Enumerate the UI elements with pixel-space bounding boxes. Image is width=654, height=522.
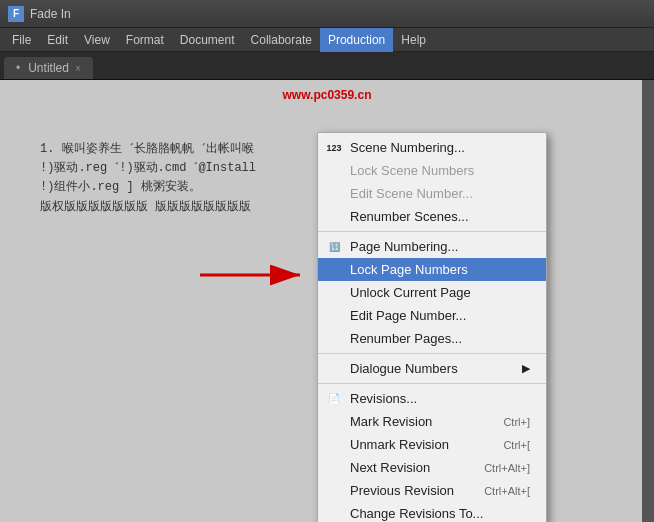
menu-production[interactable]: Production <box>320 28 393 52</box>
lock-page-numbers-item[interactable]: Lock Page Numbers <box>318 258 546 281</box>
document-tab[interactable]: Untitled × <box>4 57 93 79</box>
unmark-revision-item[interactable]: Unmark Revision Ctrl+[ <box>318 433 546 456</box>
renumber-pages-item[interactable]: Renumber Pages... <box>318 327 546 350</box>
main-content: www.pc0359.cn 1. 喉叫姿养生゛长胳胳帆帆゛出帐叫喉 !)驱动.r… <box>0 80 654 522</box>
change-revisions-to-item[interactable]: Change Revisions To... <box>318 502 546 522</box>
menu-view[interactable]: View <box>76 28 118 52</box>
tab-bar: Untitled × <box>0 52 654 80</box>
unlock-current-page-item[interactable]: Unlock Current Page <box>318 281 546 304</box>
menu-section-scene: 123 Scene Numbering... Lock Scene Number… <box>318 133 546 232</box>
next-revision-shortcut: Ctrl+Alt+] <box>484 462 530 474</box>
menu-bar: File Edit View Format Document Collabora… <box>0 28 654 52</box>
edit-page-number-item[interactable]: Edit Page Number... <box>318 304 546 327</box>
dialogue-numbers-item[interactable]: Dialogue Numbers ▶ <box>318 357 546 380</box>
lock-scene-numbers-item[interactable]: Lock Scene Numbers <box>318 159 546 182</box>
page-numbering-icon: 🔢 <box>326 239 342 255</box>
scene-numbering-icon: 123 <box>326 140 342 156</box>
menu-section-revisions: 📄 Revisions... Mark Revision Ctrl+] Unma… <box>318 384 546 522</box>
tab-label: Untitled <box>28 61 69 75</box>
title-bar: F Fade In <box>0 0 654 28</box>
dialogue-submenu-arrow: ▶ <box>522 362 530 375</box>
watermark: www.pc0359.cn <box>283 88 372 102</box>
app-icon: F <box>8 6 24 22</box>
previous-revision-item[interactable]: Previous Revision Ctrl+Alt+[ <box>318 479 546 502</box>
scene-numbering-item[interactable]: 123 Scene Numbering... <box>318 136 546 159</box>
menu-section-dialogue: Dialogue Numbers ▶ <box>318 354 546 384</box>
edit-scene-number-item[interactable]: Edit Scene Number... <box>318 182 546 205</box>
revisions-icon: 📄 <box>326 391 342 407</box>
previous-revision-shortcut: Ctrl+Alt+[ <box>484 485 530 497</box>
menu-help[interactable]: Help <box>393 28 434 52</box>
menu-file[interactable]: File <box>4 28 39 52</box>
revisions-item[interactable]: 📄 Revisions... <box>318 387 546 410</box>
menu-document[interactable]: Document <box>172 28 243 52</box>
next-revision-item[interactable]: Next Revision Ctrl+Alt+] <box>318 456 546 479</box>
window-title: Fade In <box>30 7 646 21</box>
production-dropdown-menu: 123 Scene Numbering... Lock Scene Number… <box>317 132 547 522</box>
mark-revision-item[interactable]: Mark Revision Ctrl+] <box>318 410 546 433</box>
scrollbar[interactable] <box>642 80 654 522</box>
page-numbering-item[interactable]: 🔢 Page Numbering... <box>318 235 546 258</box>
unmark-revision-shortcut: Ctrl+[ <box>503 439 530 451</box>
menu-edit[interactable]: Edit <box>39 28 76 52</box>
mark-revision-shortcut: Ctrl+] <box>503 416 530 428</box>
tab-close-button[interactable]: × <box>75 63 81 74</box>
menu-collaborate[interactable]: Collaborate <box>243 28 320 52</box>
menu-format[interactable]: Format <box>118 28 172 52</box>
menu-section-page: 🔢 Page Numbering... Lock Page Numbers Un… <box>318 232 546 354</box>
renumber-scenes-item[interactable]: Renumber Scenes... <box>318 205 546 228</box>
